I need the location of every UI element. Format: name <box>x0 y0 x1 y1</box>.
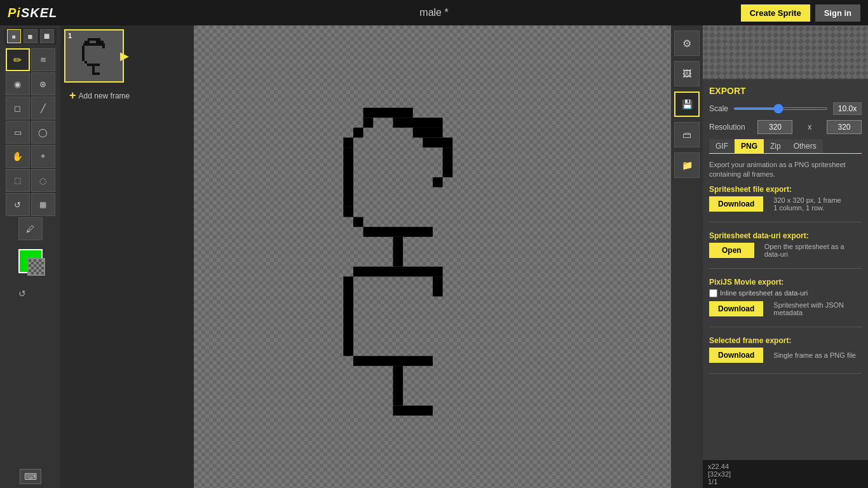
brush-size-2-btn[interactable]: ■ <box>24 29 37 43</box>
secondary-color-swatch[interactable] <box>27 258 45 276</box>
frame-preview-svg <box>78 37 110 75</box>
svg-rect-24 <box>393 237 403 267</box>
resolution-row: Resolution x <box>709 120 862 134</box>
inline-checkbox[interactable] <box>709 289 717 297</box>
tool-row-pan: ✋ ⌖ <box>6 145 55 168</box>
drawing-canvas[interactable] <box>274 66 592 447</box>
eyedropper-tool-btn[interactable]: ⌖ <box>31 145 55 168</box>
tool-row-eraser: ◻ ╱ <box>6 97 55 119</box>
svg-rect-0 <box>88 38 100 41</box>
colorpicker-tool-btn[interactable]: 🖊 <box>18 217 43 240</box>
inline-checkbox-text: Inline spritesheet as data-uri <box>720 289 808 297</box>
pixijs-label: PixiJS Movie export: <box>709 278 862 287</box>
svg-rect-21 <box>433 177 443 187</box>
download-pixijs-btn[interactable]: Download <box>709 301 763 316</box>
tool-row-pencil: ✏ ≋ <box>6 48 55 71</box>
tool-row-colorpicker: 🖊 <box>18 217 43 240</box>
svg-rect-16 <box>343 138 353 148</box>
right-section: ⚙ 🖼 💾 🗃 📁 EXPORT Scale 10.0x <box>671 25 868 488</box>
svg-rect-18 <box>343 147 353 207</box>
tool-row-rotate: ↺ ▦ <box>6 193 55 216</box>
frame-1[interactable]: 1 <box>64 29 124 83</box>
svg-rect-3 <box>83 43 105 46</box>
spritesheet-file-row: Download 320 x 320 px, 1 frame1 column, … <box>709 196 862 212</box>
rotate-tool-btn[interactable]: ↺ <box>6 193 30 216</box>
svg-rect-7 <box>85 61 87 64</box>
inline-checkbox-label[interactable]: Inline spritesheet as data-uri <box>709 289 808 297</box>
add-frame-label: Add new frame <box>79 92 130 100</box>
main-layout: ■ ■ ■ ✏ ≋ ◉ ⊛ ◻ ╱ ▭ ◯ ✋ ⌖ ⬚ ◌ ↺ <box>0 25 868 488</box>
frame-number-1: 1 <box>68 32 72 39</box>
download-spritesheet-btn[interactable]: Download <box>709 196 763 212</box>
tab-gif[interactable]: GIF <box>709 139 735 153</box>
line-tool-btn[interactable]: ╱ <box>31 97 55 119</box>
keyboard-icon[interactable]: ⌨ <box>20 469 41 484</box>
color-selectors: ↺ <box>16 247 45 301</box>
image-browse-icon-btn[interactable]: 🗃 <box>674 122 700 147</box>
brush-size-1-btn[interactable]: ■ <box>7 29 21 43</box>
open-data-uri-btn[interactable]: Open <box>709 243 754 258</box>
logo: PiSKEL <box>8 6 57 20</box>
pencil-tool-btn[interactable]: ✏ <box>6 48 30 71</box>
selected-frame-row: Download Single frame as a PNG file <box>709 348 862 363</box>
svg-rect-26 <box>343 276 353 356</box>
pixijs-download-row: Download Spritesheet with JSON metadata <box>709 301 862 316</box>
svg-rect-13 <box>393 118 442 128</box>
circle-tool-btn[interactable]: ◯ <box>31 121 55 144</box>
tool-row-shapes: ▭ ◯ <box>6 121 55 144</box>
selected-frame-section: Selected frame export: Download Single f… <box>709 336 862 374</box>
res-x-separator: x <box>808 123 811 132</box>
svg-rect-10 <box>92 72 100 75</box>
svg-rect-19 <box>442 147 452 177</box>
resolution-label: Resolution <box>709 123 745 132</box>
svg-rect-29 <box>393 366 403 406</box>
svg-rect-9 <box>92 66 95 72</box>
export-description: Export your animation as a PNG spriteshe… <box>709 160 862 180</box>
scale-slider[interactable] <box>733 107 828 110</box>
select-lasso-tool-btn[interactable]: ◌ <box>31 169 55 192</box>
shaky-pencil-tool-btn[interactable]: ≋ <box>31 48 55 71</box>
pan-tool-btn[interactable]: ✋ <box>6 145 30 168</box>
settings-icon-btn[interactable]: ⚙ <box>674 30 700 56</box>
res-width-input[interactable] <box>757 120 792 134</box>
open-desc: Open the spritesheet as a data-uri <box>764 243 862 258</box>
export-icon-btn[interactable]: 🖼 <box>674 61 700 86</box>
selected-frame-desc: Single frame as a PNG file <box>773 351 856 359</box>
spritesheet-data-label: Spritesheet data-uri export: <box>709 231 862 240</box>
svg-rect-17 <box>423 138 452 148</box>
tab-png[interactable]: PNG <box>735 139 764 153</box>
add-frame-btn[interactable]: + Add new frame <box>64 86 190 105</box>
svg-rect-12 <box>363 118 373 128</box>
svg-rect-8 <box>87 64 100 66</box>
folder-icon-btn[interactable]: 📁 <box>674 152 700 178</box>
tab-others[interactable]: Others <box>787 139 823 153</box>
export-tabs: GIF PNG Zip Others <box>709 139 862 154</box>
sign-in-button[interactable]: Sign in <box>815 4 860 22</box>
res-height-input[interactable] <box>827 120 862 134</box>
svg-rect-15 <box>412 128 442 138</box>
svg-rect-4 <box>82 46 85 58</box>
create-sprite-button[interactable]: Create Sprite <box>741 4 810 22</box>
svg-rect-20 <box>343 207 353 217</box>
svg-rect-11 <box>363 108 412 118</box>
eraser-tool-btn[interactable]: ◻ <box>6 97 30 119</box>
dither-tool-btn[interactable]: ▦ <box>31 193 55 216</box>
color-reset-icon[interactable]: ↺ <box>18 288 26 299</box>
tab-zip[interactable]: Zip <box>764 139 787 153</box>
scale-value: 10.0x <box>833 102 862 115</box>
document-title: male * <box>419 7 448 18</box>
status-bar: x22.44 [32x32] 1/1 <box>703 460 868 488</box>
rectangle-tool-btn[interactable]: ▭ <box>6 121 30 144</box>
save-icon-btn[interactable]: 💾 <box>674 92 700 117</box>
keyboard-shortcut-btn[interactable]: ⌨ <box>16 465 45 488</box>
brush-size-3-btn[interactable]: ■ <box>40 29 54 43</box>
magic-wand-tool-btn[interactable]: ⊛ <box>31 72 55 95</box>
download-frame-btn[interactable]: Download <box>709 348 763 363</box>
fill-tool-btn[interactable]: ◉ <box>6 72 30 95</box>
spritesheet-file-label: Spritesheet file export: <box>709 185 862 194</box>
canvas-area[interactable] <box>194 25 671 488</box>
svg-rect-6 <box>82 58 85 61</box>
tool-row-fill: ◉ ⊛ <box>6 72 55 95</box>
svg-rect-5 <box>102 46 105 48</box>
select-rect-tool-btn[interactable]: ⬚ <box>6 169 30 192</box>
